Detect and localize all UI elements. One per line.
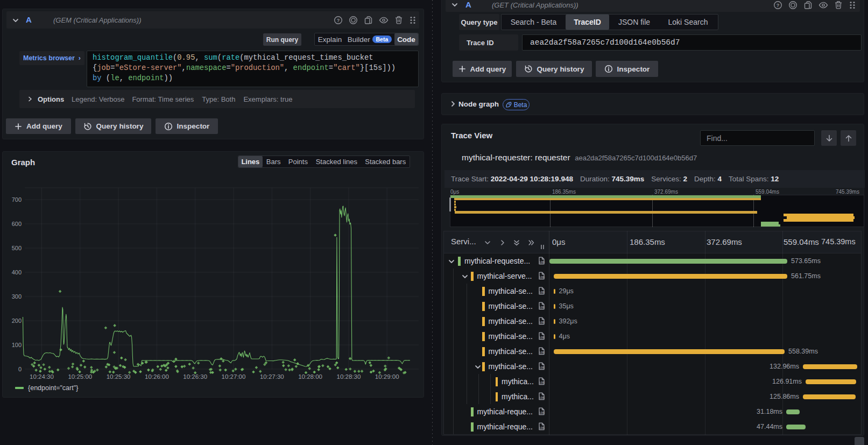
svg-text:LOG: LOG [539,366,545,369]
svg-text:LOG: LOG [539,276,545,279]
svg-text:700: 700 [12,196,22,203]
svg-text:LOG: LOG [539,382,545,384]
svg-text:LOG: LOG [539,306,545,309]
svg-text:LOG: LOG [539,397,545,399]
svg-text:LOG: LOG [539,291,545,294]
svg-text:600: 600 [12,221,22,227]
svg-text:LOG: LOG [539,336,545,339]
svg-text:LOG: LOG [539,427,545,429]
svg-text:LOG: LOG [539,351,545,354]
svg-text:LOG: LOG [539,321,545,324]
svg-text:LOG: LOG [539,261,545,264]
svg-text:?: ? [337,18,340,23]
svg-text:LOG: LOG [539,412,545,414]
svg-text:500: 500 [12,245,22,251]
svg-text:?: ? [777,3,780,8]
